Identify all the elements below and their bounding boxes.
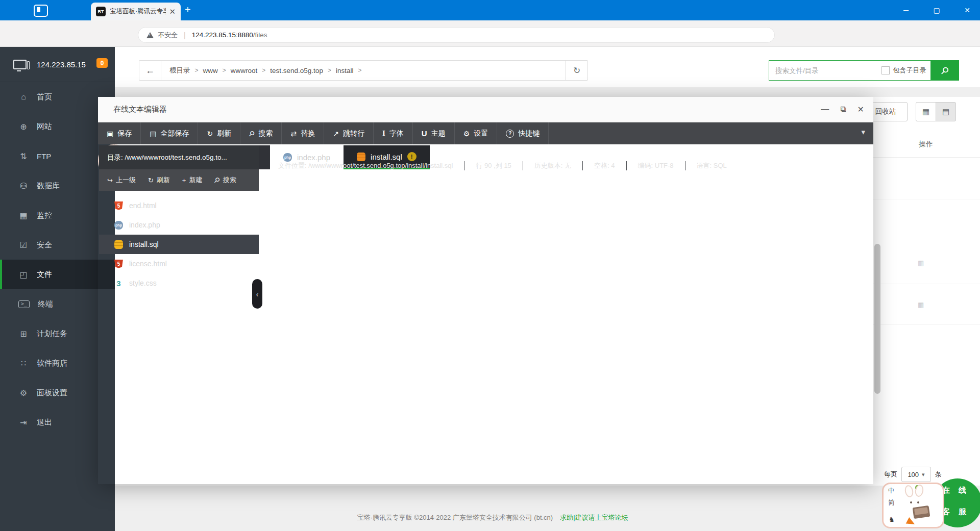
monitor-icon: ▦ <box>18 211 29 220</box>
file-item[interactable]: install.sql <box>99 235 259 254</box>
shield-icon: ☑ <box>18 240 29 250</box>
path-refresh-button[interactable]: ↻ <box>566 61 587 80</box>
sidebar-item-label: 退出 <box>37 418 52 427</box>
toolbar-replace-button[interactable]: ⇄替换 <box>282 122 324 144</box>
file-item[interactable]: 5end.html <box>99 196 259 215</box>
row-divider <box>873 324 980 325</box>
modal-close-icon[interactable]: ✕ <box>857 105 864 114</box>
action-column-header: 操作 <box>919 140 933 149</box>
toolbar-goto-button[interactable]: ↗跳转行 <box>324 122 374 144</box>
ftp-icon: ⇅ <box>18 151 29 161</box>
panel-collapse-handle[interactable]: ‹ <box>252 279 262 309</box>
row-divider <box>873 199 980 199</box>
file-item[interactable]: 3style.css <box>99 273 259 293</box>
url-host: 124.223.85.15:8880 <box>192 31 253 39</box>
breadcrumb-item[interactable]: test.send.o5g.top <box>270 67 323 74</box>
toolbar-keys-button[interactable]: ?快捷键 <box>497 122 549 144</box>
toolbar-button-label: 全部保存 <box>160 129 189 138</box>
spaces-setting[interactable]: 空格: 4 <box>582 161 626 170</box>
gear-icon: ⚙ <box>18 388 29 398</box>
toolbar-gear-button[interactable]: ⚙设置 <box>455 122 498 144</box>
toolbar-button-label: 刷新 <box>217 129 231 138</box>
toolbar-saveall-button[interactable]: ▤全部保存 <box>141 122 198 144</box>
panel-button-label: 搜索 <box>223 175 236 185</box>
copyright-text: 宝塔·腾讯云专享版 ©2014-2022 广东堡塔安全技术有限公司 (bt.cn… <box>357 514 553 521</box>
table-scrollbar[interactable] <box>874 244 880 394</box>
sidebar-item-label: 软件商店 <box>37 359 67 368</box>
save-icon: ▣ <box>107 130 113 138</box>
sidebar-item-label: 文件 <box>37 270 52 280</box>
sidebar-item-label: 计划任务 <box>37 329 67 339</box>
file-item[interactable]: 5license.html <box>99 254 259 273</box>
tab-close-icon[interactable]: ✕ <box>169 7 176 16</box>
sidebar-item-label: 网站 <box>37 122 52 132</box>
browser-urlbar: ← → ↻ 不安全 | 124.223.85.15:8880 /files A⟩… <box>0 20 980 47</box>
toolbar-refresh-button[interactable]: ↻刷新 <box>198 122 240 144</box>
toolbar-theme-button[interactable]: U主题 <box>413 122 455 144</box>
file-name: install.sql <box>129 240 159 248</box>
breadcrumb-item[interactable]: 根目录 <box>169 66 190 75</box>
row-divider <box>873 240 980 240</box>
panel-plus-button[interactable]: +新建 <box>182 175 203 185</box>
message-count-badge[interactable]: 0 <box>96 58 108 68</box>
panel-up-button[interactable]: ↪上一级 <box>107 175 136 185</box>
panel-search-button[interactable]: ⚲搜索 <box>214 175 236 185</box>
browser-tab[interactable]: BT 宝塔面板·腾讯云专享版 ✕ <box>91 3 181 20</box>
font-icon: I <box>382 129 385 138</box>
mascot-laptop <box>913 505 930 519</box>
modal-title: 在线文本编辑器 <box>113 105 167 114</box>
breadcrumb-item[interactable]: install <box>336 67 354 74</box>
keys-icon: ? <box>506 130 514 138</box>
file-item[interactable]: phpindex.php <box>99 215 259 235</box>
forum-link[interactable]: 求助|建议请上宝塔论坛 <box>560 514 628 521</box>
history-version[interactable]: 历史版本: 无 <box>523 161 582 170</box>
sidebar-item-label: 首页 <box>37 92 52 102</box>
per-page-select[interactable]: 100 ▾ <box>901 467 931 482</box>
unsaved-warning-icon: ! <box>407 152 416 161</box>
saveall-icon: ▤ <box>150 130 156 138</box>
server-header[interactable]: 124.223.85.15 0 <box>0 47 115 82</box>
search-button[interactable]: ⚲ <box>930 60 959 81</box>
language-setting[interactable]: 语言: SQL <box>685 161 738 170</box>
goto-icon: ↗ <box>333 130 339 138</box>
customer-service-mascot[interactable]: 中 简 ♞ <box>882 483 944 528</box>
chevron-down-icon: ▾ <box>922 471 925 478</box>
per-page-value: 100 <box>908 471 919 478</box>
toolbar-button-label: 跳转行 <box>343 129 364 138</box>
breadcrumb-item[interactable]: wwwroot <box>231 67 258 74</box>
toolbar-chevron-down-icon[interactable]: ▾ <box>861 128 865 137</box>
window-maximize-button[interactable]: ▢ <box>925 0 948 20</box>
modal-minimize-icon[interactable]: — <box>821 105 829 114</box>
toolbar-button-label: 主题 <box>431 129 446 138</box>
modal-fullscreen-icon[interactable]: ⧉ <box>840 105 846 114</box>
list-view-button[interactable]: ▤ <box>936 102 956 121</box>
home-icon: ⌂ <box>18 92 29 102</box>
new-tab-button[interactable]: + <box>185 4 191 16</box>
grid-view-button[interactable]: ▦ <box>916 102 936 121</box>
window-close-button[interactable]: ✕ <box>955 0 979 20</box>
address-bar[interactable]: 不安全 | 124.223.85.15:8880 /files <box>138 27 775 43</box>
toolbar-font-button[interactable]: I字体 <box>374 122 413 144</box>
search-input[interactable] <box>769 61 881 80</box>
row-action-icon[interactable]: ▦ <box>918 259 924 267</box>
theme-icon: U <box>422 129 427 138</box>
include-subdir-checkbox[interactable] <box>881 66 890 74</box>
tab-overview-icon[interactable] <box>34 5 48 17</box>
row-action-icon[interactable]: ▦ <box>918 301 924 309</box>
window-minimize-button[interactable]: ─ <box>894 0 918 20</box>
toolbar-search-button[interactable]: ⚲搜索 <box>240 122 282 144</box>
folder-icon: ◰ <box>18 270 29 280</box>
refresh-icon: ↻ <box>207 130 213 138</box>
path-back-button[interactable]: ← <box>139 61 161 80</box>
breadcrumb-item[interactable]: www <box>203 67 218 74</box>
lang-char-1: 中 <box>888 487 895 495</box>
sidebar-item-label: 数据库 <box>37 181 60 191</box>
up-icon: ↪ <box>107 176 113 184</box>
panel-button-label: 新建 <box>189 175 202 185</box>
breadcrumb-bar: ← 根目录>www>wwwroot>test.send.o5g.top>inst… <box>139 60 588 81</box>
css-file-icon: 3 <box>114 279 123 288</box>
toolbar-save-button[interactable]: ▣保存 <box>98 122 141 144</box>
mascot-ear <box>904 485 915 498</box>
panel-refresh-button[interactable]: ↻刷新 <box>148 175 170 185</box>
encoding-setting[interactable]: 编码: UTF-8 <box>626 161 685 170</box>
